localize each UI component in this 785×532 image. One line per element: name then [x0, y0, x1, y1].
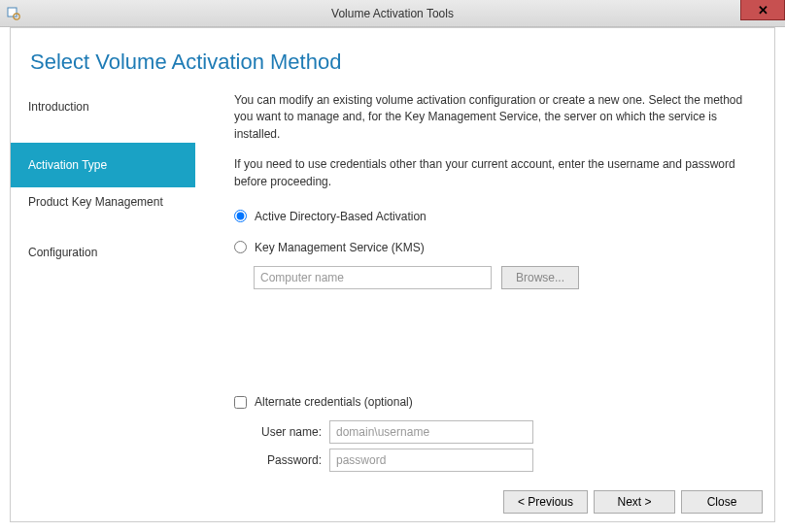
window-root: Volume Activation Tools ✕ Select Volume … [0, 0, 785, 532]
password-input[interactable] [329, 449, 533, 472]
kms-subrow: Browse... [254, 266, 753, 289]
alt-creds-checkbox[interactable] [234, 396, 247, 409]
sidebar-item-introduction[interactable]: Introduction [11, 92, 195, 143]
main-panel: You can modify an existing volume activa… [195, 92, 774, 482]
titlebar: Volume Activation Tools ✕ [0, 0, 785, 27]
username-label: User name: [254, 425, 322, 439]
alt-creds-label: Alternate credentials (optional) [255, 395, 413, 409]
window-title: Volume Activation Tools [331, 7, 454, 20]
sidebar-item-product-key-management[interactable]: Product Key Management [11, 187, 195, 238]
intro-paragraph-1: You can modify an existing volume activa… [234, 92, 753, 143]
window-close-button[interactable]: ✕ [740, 0, 785, 20]
username-input[interactable] [329, 420, 533, 444]
previous-button[interactable]: < Previous [503, 490, 588, 514]
radio-adba-label: Active Directory-Based Activation [255, 210, 427, 223]
close-icon: ✕ [758, 3, 768, 17]
radio-kms-input[interactable] [234, 241, 247, 253]
username-row: User name: [254, 420, 753, 444]
sidebar-item-label: Activation Type [28, 158, 107, 172]
sidebar-item-label: Introduction [28, 100, 89, 114]
wizard-sidebar: Introduction Activation Type Product Key… [11, 92, 195, 482]
page-title: Select Volume Activation Method [11, 28, 774, 92]
computer-name-input[interactable] [254, 266, 492, 289]
content-panel: Select Volume Activation Method Introduc… [10, 27, 775, 522]
radio-kms[interactable]: Key Management Service (KMS) [234, 241, 753, 254]
intro-paragraph-2: If you need to use credentials other tha… [234, 156, 753, 190]
spacer [234, 289, 753, 387]
radio-adba-input[interactable] [234, 210, 247, 222]
wizard-body: Select Volume Activation Method Introduc… [0, 27, 785, 532]
sidebar-item-label: Product Key Management [28, 195, 163, 209]
alt-creds-checkbox-row[interactable]: Alternate credentials (optional) [234, 395, 753, 409]
password-label: Password: [254, 453, 322, 467]
radio-adba[interactable]: Active Directory-Based Activation [234, 210, 753, 223]
close-button[interactable]: Close [681, 490, 763, 514]
password-row: Password: [254, 449, 753, 472]
app-icon [6, 6, 21, 21]
browse-button[interactable]: Browse... [501, 266, 579, 289]
wizard-footer: < Previous Next > Close [11, 482, 774, 521]
sidebar-item-activation-type[interactable]: Activation Type [11, 143, 195, 187]
body-area: Introduction Activation Type Product Key… [11, 92, 774, 482]
radio-kms-label: Key Management Service (KMS) [255, 241, 425, 254]
svg-rect-0 [8, 8, 17, 17]
alt-creds-section: Alternate credentials (optional) User na… [234, 395, 753, 477]
sidebar-item-configuration[interactable]: Configuration [11, 238, 195, 267]
sidebar-item-label: Configuration [28, 246, 97, 259]
next-button[interactable]: Next > [594, 490, 675, 514]
